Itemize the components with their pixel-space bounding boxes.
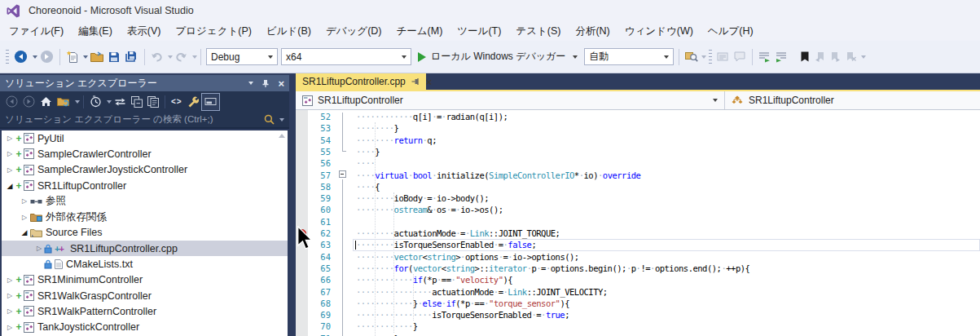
open-file-button[interactable]	[89, 47, 105, 67]
tree-item-references[interactable]: ▷参照	[2, 193, 288, 209]
member-list-icon[interactable]	[715, 47, 731, 67]
close-panel-icon[interactable]: ×	[278, 77, 284, 90]
wrench-icon[interactable]	[185, 94, 201, 110]
preview-selected-items-icon[interactable]	[201, 93, 220, 111]
comment-out-icon[interactable]	[757, 47, 772, 67]
expander-icon[interactable]: ▷	[20, 197, 29, 205]
solution-configurations-dropdown[interactable]: Debug	[206, 48, 278, 65]
pending-changes-filter-icon[interactable]	[87, 94, 104, 110]
text-editor-toolbar-grip[interactable]	[709, 50, 712, 64]
tree-item-source-files[interactable]: ◢Source Files	[2, 225, 288, 241]
menu-item-12[interactable]: ヘルプ(H)	[701, 22, 761, 41]
solution-platforms-dropdown[interactable]: x64	[281, 48, 411, 65]
code-line-66[interactable]: ············if(*p·==·"velocity"){	[356, 274, 512, 285]
menu-item-9[interactable]: テスト(S)	[508, 22, 568, 41]
tree-item-sr1liftupcontroller-cpp[interactable]: ▷++SR1LiftupController.cpp	[2, 241, 288, 256]
navigate-back-button[interactable]	[12, 47, 29, 67]
sync-with-active-document-icon[interactable]	[112, 94, 129, 110]
tree-scrollbar[interactable]	[276, 132, 287, 336]
expander-icon[interactable]: ▷	[20, 214, 29, 221]
tree-item-sr1walkpatterncontroller[interactable]: ▷+SR1WalkPatternController	[2, 303, 288, 319]
redo-button[interactable]	[174, 47, 189, 67]
navigate-back-dropdown-icon[interactable]	[33, 55, 37, 59]
code-line-64[interactable]: ········vector<string>·options·=·io->opt…	[356, 251, 579, 263]
view-code-icon[interactable]: <>	[169, 94, 185, 110]
pin-icon[interactable]	[261, 79, 270, 88]
find-in-files-icon[interactable]	[683, 47, 700, 67]
tab-pin-icon[interactable]	[411, 77, 420, 86]
document-tab[interactable]: SR1LiftupController.cpp ×	[296, 73, 426, 90]
expander-icon[interactable]: ◢	[5, 182, 15, 190]
scroll-up-icon[interactable]	[279, 134, 285, 138]
tree-item-samplecrawlercontroller[interactable]: ▷+SampleCrawlerController	[2, 146, 288, 161]
menu-item-6[interactable]: デバッグ(D)	[319, 22, 389, 41]
menu-item-5[interactable]: ビルド(B)	[259, 22, 319, 41]
menu-item-4[interactable]: プロジェクト(P)	[168, 22, 258, 41]
uncomment-icon[interactable]	[774, 47, 789, 67]
breakpoint-margin[interactable]	[296, 110, 308, 336]
redo-dropdown-icon[interactable]	[192, 55, 197, 59]
types-dropdown[interactable]: SR1LiftupController	[296, 91, 725, 109]
code-editor-surface[interactable]: 5253545556575859606162636465666768697071…	[296, 110, 980, 336]
tree-item-pyutil[interactable]: ▷+PyUtil	[2, 130, 288, 146]
code-line-68[interactable]: ············}·else·if(*p·==·"torque_sens…	[356, 298, 569, 309]
code-line-56[interactable]: ····	[356, 157, 375, 169]
search-options-dropdown-icon[interactable]	[279, 118, 284, 122]
code-line-65[interactable]: ········for(vector<string>::iterator·p·=…	[356, 263, 749, 274]
tree-item-external-dependencies[interactable]: ▷外部依存関係	[2, 209, 288, 224]
solution-explorer-title-bar[interactable]: ソリューション エクスプローラー ×	[0, 75, 289, 91]
undo-dropdown-icon[interactable]	[168, 55, 173, 59]
tree-item-sr1liftupcontroller[interactable]: ◢+SR1LiftupController	[2, 178, 288, 193]
switch-views-icon[interactable]	[55, 94, 73, 110]
code-line-55[interactable]: ····}	[356, 146, 380, 157]
new-file-dropdown-icon[interactable]	[83, 55, 88, 59]
tree-item-sr1minimumcontroller[interactable]: ▷+SR1MinimumController	[2, 272, 288, 288]
code-line-70[interactable]: ············}	[356, 321, 418, 332]
expander-icon[interactable]: ◢	[20, 228, 29, 237]
code-line-63[interactable]: ········isTorqueSensorEnabled·=·false;	[356, 239, 536, 250]
search-icon[interactable]	[264, 114, 275, 125]
start-debugging-button[interactable]: ローカル Windows デバッガー	[413, 50, 582, 64]
expander-icon[interactable]: ▷	[5, 292, 15, 299]
undo-button[interactable]	[149, 47, 165, 67]
save-button[interactable]	[107, 47, 121, 67]
menu-item-2[interactable]: 編集(E)	[71, 22, 120, 41]
toolbar-grip[interactable]	[6, 50, 9, 64]
expander-icon[interactable]: ▷	[34, 245, 44, 252]
menu-item-8[interactable]: ツール(T)	[450, 22, 508, 41]
new-file-button[interactable]	[64, 47, 80, 67]
expander-icon[interactable]: ▷	[5, 135, 15, 142]
text-editor-toolbar-overflow-icon[interactable]	[861, 55, 866, 59]
code-line-71[interactable]: ········}	[356, 333, 398, 336]
tab-close-icon[interactable]: ×	[426, 76, 433, 88]
properties-icon[interactable]	[145, 94, 161, 110]
code-line-60[interactable]: ········ostream&·os·=·io->os();	[356, 204, 503, 215]
previous-bookmark-icon[interactable]	[813, 47, 827, 67]
code-line-67[interactable]: ················actuationMode·=·Link::JO…	[356, 286, 608, 298]
tree-item-samplecrawlerjoystickcontroller[interactable]: ▷+SampleCrawlerJoystickController	[2, 162, 288, 178]
menu-item-7[interactable]: チーム(M)	[389, 22, 450, 41]
code-line-57[interactable]: ····virtual·bool·initialize(SimpleContro…	[356, 170, 640, 181]
next-bookmark-icon[interactable]	[828, 47, 842, 67]
se-forward-icon[interactable]	[20, 94, 37, 110]
expander-icon[interactable]: ▷	[5, 324, 15, 331]
code-text-layer[interactable]: ············q[i]·=·radian(q[i]);········…	[356, 110, 980, 336]
auto-dropdown[interactable]: 自動	[584, 48, 674, 65]
toggle-bookmark-icon[interactable]	[798, 47, 811, 67]
expander-icon[interactable]: ▷	[5, 150, 15, 157]
expander-icon[interactable]: ▷	[5, 307, 15, 315]
collapse-all-icon[interactable]	[129, 94, 145, 110]
tree-item-sr1walkgraspcontroller[interactable]: ▷+SR1WalkGraspController	[2, 288, 288, 303]
toolbar-overflow-icon[interactable]	[701, 55, 706, 59]
code-line-69[interactable]: ················isTorqueSensorEnabled·=·…	[356, 309, 569, 321]
members-dropdown[interactable]: SR1LiftupController	[725, 91, 980, 109]
switch-views-dropdown-icon[interactable]	[75, 100, 80, 104]
code-line-62[interactable]: ········actuationMode·=·Link::JOINT_TORQ…	[356, 228, 560, 239]
tree-item-tankjoystickcontroller[interactable]: ▷+TankJoystickController	[2, 320, 288, 335]
expander-icon[interactable]: ▷	[5, 166, 15, 174]
clear-bookmarks-icon[interactable]	[844, 47, 858, 67]
menu-item-11[interactable]: ウィンドウ(W)	[617, 22, 701, 41]
tree-item-cmakelists-txt[interactable]: CMakeLists.txt	[2, 256, 288, 272]
window-position-dropdown-icon[interactable]	[248, 82, 253, 85]
parameter-info-icon[interactable]	[732, 47, 748, 67]
